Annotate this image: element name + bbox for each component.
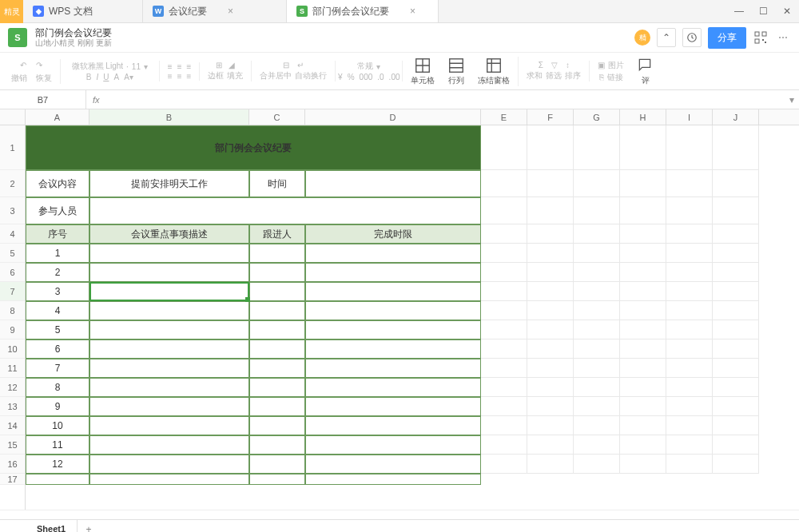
cell[interactable] xyxy=(305,282,481,301)
wrap-icon[interactable]: ↵ xyxy=(297,61,304,69)
cell[interactable] xyxy=(305,397,481,416)
cell[interactable] xyxy=(481,263,527,282)
cell[interactable] xyxy=(620,197,666,224)
cell[interactable] xyxy=(713,197,759,224)
col-header[interactable]: B xyxy=(89,109,249,125)
cell[interactable] xyxy=(666,125,713,170)
cell[interactable] xyxy=(574,197,620,224)
cell[interactable] xyxy=(620,359,666,378)
cell[interactable] xyxy=(481,397,527,416)
cell-label[interactable]: 参与人员 xyxy=(26,197,89,224)
cell[interactable] xyxy=(620,170,666,197)
cell[interactable] xyxy=(26,474,89,485)
cell[interactable] xyxy=(713,282,759,301)
cell[interactable] xyxy=(527,378,574,397)
cell[interactable] xyxy=(713,320,759,339)
table-header[interactable]: 序号 xyxy=(26,224,89,244)
cell[interactable] xyxy=(620,320,666,339)
bold-icon[interactable]: B xyxy=(86,73,92,81)
cell[interactable] xyxy=(481,435,527,455)
cell[interactable] xyxy=(620,125,666,170)
cell-seq[interactable]: 1 xyxy=(26,244,89,263)
cell[interactable] xyxy=(305,378,481,397)
cell[interactable] xyxy=(713,435,759,455)
row-header[interactable]: 13 xyxy=(0,397,25,416)
cell[interactable] xyxy=(481,301,527,320)
cell[interactable] xyxy=(713,263,759,282)
row-header[interactable]: 3 xyxy=(0,197,25,224)
cell[interactable] xyxy=(713,339,759,359)
cell[interactable] xyxy=(527,170,574,197)
currency-icon[interactable]: ¥ xyxy=(338,73,343,81)
cell[interactable] xyxy=(713,224,759,244)
cell[interactable] xyxy=(574,378,620,397)
row-header[interactable]: 15 xyxy=(0,435,25,455)
cell-seq[interactable]: 2 xyxy=(26,263,89,282)
cell[interactable] xyxy=(481,320,527,339)
align-right-icon[interactable]: ≡ xyxy=(186,72,191,81)
col-header[interactable]: A xyxy=(26,109,89,125)
cell-seq[interactable]: 8 xyxy=(26,378,89,397)
cell[interactable] xyxy=(249,416,305,435)
row-header[interactable]: 2 xyxy=(0,170,25,197)
cell[interactable] xyxy=(666,397,713,416)
align-top-icon[interactable]: ≡ xyxy=(168,62,173,71)
cell[interactable] xyxy=(666,263,713,282)
cell[interactable] xyxy=(527,416,574,435)
cell[interactable] xyxy=(481,339,527,359)
font-size[interactable]: 11 xyxy=(132,62,141,71)
cell[interactable] xyxy=(481,197,527,224)
cell[interactable] xyxy=(249,339,305,359)
avatar[interactable]: 精 xyxy=(634,30,650,46)
cell[interactable] xyxy=(527,125,574,170)
cell-value[interactable] xyxy=(305,170,481,197)
cell[interactable] xyxy=(527,339,574,359)
cell[interactable] xyxy=(574,170,620,197)
add-sheet-button[interactable]: + xyxy=(78,520,100,532)
cell[interactable] xyxy=(305,455,481,474)
cell[interactable] xyxy=(527,282,574,301)
cell[interactable] xyxy=(89,474,249,485)
italic-icon[interactable]: I xyxy=(96,73,98,81)
cell-seq[interactable]: 3 xyxy=(26,282,89,301)
cell[interactable] xyxy=(620,282,666,301)
cell[interactable] xyxy=(527,263,574,282)
history-button[interactable] xyxy=(682,28,702,47)
table-header[interactable]: 完成时限 xyxy=(305,224,481,244)
align-left-icon[interactable]: ≡ xyxy=(168,72,173,81)
cell[interactable] xyxy=(713,397,759,416)
row-header[interactable]: 6 xyxy=(0,263,25,282)
dec-dec-icon[interactable]: .00 xyxy=(389,73,400,81)
cell[interactable] xyxy=(89,378,249,397)
comment-button[interactable]: 评 xyxy=(632,57,659,86)
cell[interactable] xyxy=(249,301,305,320)
cell[interactable] xyxy=(305,263,481,282)
cell-label[interactable]: 时间 xyxy=(249,170,305,197)
row-header[interactable]: 9 xyxy=(0,320,25,339)
cell[interactable] xyxy=(89,282,249,301)
col-header[interactable]: J xyxy=(713,109,759,125)
cell[interactable] xyxy=(620,416,666,435)
cell[interactable] xyxy=(249,320,305,339)
fill-icon[interactable]: ◢ xyxy=(229,61,235,69)
row-header[interactable]: 14 xyxy=(0,416,25,435)
cell[interactable] xyxy=(89,359,249,378)
cell[interactable] xyxy=(666,170,713,197)
col-header[interactable]: F xyxy=(527,109,574,125)
cell[interactable] xyxy=(481,455,527,474)
cell[interactable] xyxy=(481,125,527,170)
cell[interactable] xyxy=(666,282,713,301)
filter-icon[interactable]: ▽ xyxy=(551,61,558,69)
cell[interactable] xyxy=(574,339,620,359)
row-header[interactable]: 16 xyxy=(0,455,25,474)
caret-button[interactable]: ⌃ xyxy=(657,28,676,47)
cell[interactable] xyxy=(666,416,713,435)
cell[interactable] xyxy=(527,301,574,320)
cell[interactable] xyxy=(666,197,713,224)
strike-icon[interactable]: A xyxy=(113,73,119,81)
cell[interactable] xyxy=(527,244,574,263)
font-name[interactable]: 微软雅黑 Light xyxy=(72,61,123,72)
cell[interactable] xyxy=(527,397,574,416)
cell[interactable] xyxy=(249,378,305,397)
qr-button[interactable] xyxy=(753,30,769,46)
